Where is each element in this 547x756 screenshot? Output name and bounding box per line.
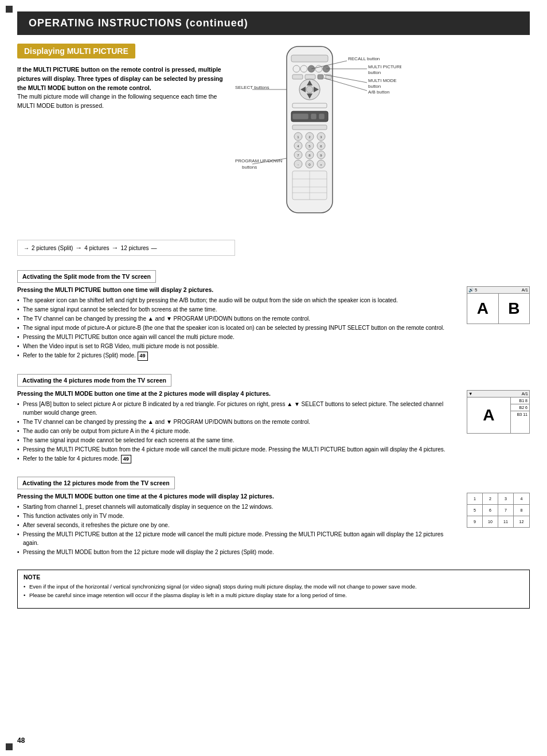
twelve-cell-10: 10: [483, 516, 498, 527]
twelve-mode-subtitle: Pressing the MULTI MODE button one time …: [17, 493, 458, 500]
split-cell-b: B: [499, 294, 530, 324]
svg-rect-8: [305, 75, 315, 79]
corner-mark-tl: [6, 6, 13, 13]
split-bullet-1: The speaker icon can be shifted left and…: [17, 296, 458, 305]
svg-text:+: +: [320, 163, 322, 166]
svg-text:SELECT buttons: SELECT buttons: [235, 85, 269, 90]
split-mode-subtitle: Pressing the MULTI PICTURE button one ti…: [17, 286, 458, 293]
note-bullet-2: Please be careful since image retention …: [24, 591, 523, 599]
note-bullet-1: Even if the input of the horizontal / ve…: [24, 583, 523, 591]
note-list: Even if the input of the horizontal / ve…: [24, 583, 523, 600]
twelve-cell-12: 12: [514, 516, 529, 527]
arrow1: →: [75, 244, 82, 252]
twelve-bullet-5: Pressing the MULTI MODE button from the …: [17, 548, 458, 556]
split-bullet-2: The same signal input cannot be selected…: [17, 305, 458, 314]
four-mode-header: Activating the 4 pictures mode from the …: [17, 374, 171, 387]
twelve-bullet-3: After several seconds, it refreshes the …: [17, 521, 458, 529]
twelve-cell-9: 9: [467, 516, 483, 527]
svg-rect-20: [311, 114, 317, 119]
twelve-cell-4: 4: [514, 493, 529, 505]
svg-rect-9: [318, 75, 323, 79]
note-section: NOTE Even if the input of the horizontal…: [17, 570, 530, 609]
four-mode-bullets: Press [A/B] button to select picture A o…: [17, 400, 458, 464]
note-title: NOTE: [24, 574, 523, 580]
split-diagram-container: 🔊 5 A/1 A B: [467, 286, 530, 365]
top-left-content: Displaying MULTI PICTURE If the MULTI PI…: [17, 44, 224, 228]
twelve-cell-5: 5: [467, 505, 483, 516]
twelve-cell-8: 8: [514, 505, 529, 516]
mode-step3: 12 pictures: [121, 245, 149, 251]
four-right-cell-1: B1 8: [511, 398, 529, 404]
page-container: OPERATING INSTRUCTIONS (continued) Displ…: [0, 0, 547, 756]
twelve-bullet-4: Pressing the MULTI PICTURE button at the…: [17, 530, 458, 547]
split-mode-main: Pressing the MULTI PICTURE button one ti…: [17, 286, 458, 365]
four-mode-content: Pressing the MULTI MODE button one time …: [17, 390, 530, 469]
top-section: Displaying MULTI PICTURE If the MULTI PI…: [17, 44, 530, 228]
four-pic-header: ▼ A/1: [467, 391, 529, 398]
four-mode-main: Pressing the MULTI MODE button one time …: [17, 390, 458, 469]
svg-text:-: -: [298, 163, 299, 166]
split-bullet-3: The TV channel can be changed by pressin…: [17, 314, 458, 323]
twelve-bullet-2: This function activates only in TV mode.: [17, 512, 458, 520]
svg-point-3: [300, 65, 307, 72]
page-title: OPERATING INSTRUCTIONS (continued): [17, 11, 530, 35]
split-diagram-body: A B: [467, 294, 529, 324]
arrow-start: →: [24, 245, 29, 251]
twelve-mode-content: Pressing the MULTI MODE button one time …: [17, 493, 530, 561]
four-bullet-2: The TV channel can be changed by pressin…: [17, 418, 458, 426]
svg-rect-1: [291, 55, 328, 62]
twelve-cell-3: 3: [498, 493, 514, 505]
twelve-mode-section: Activating the 12 pictures mode from the…: [17, 471, 530, 561]
split-diagram: 🔊 5 A/1 A B: [467, 286, 530, 324]
intro-bold: If the MULTI PICTURE button on the remot…: [17, 66, 223, 91]
four-bullet-5: Pressing the MULTI PICTURE button from t…: [17, 445, 458, 454]
svg-text:buttons: buttons: [242, 165, 257, 170]
twelve-mode-bullets: Starting from channel 1, preset channels…: [17, 502, 458, 556]
split-diagram-header: 🔊 5 A/1: [467, 287, 529, 294]
four-ref: 49: [121, 455, 131, 464]
four-bullet-4: The same signal input mode cannot be sel…: [17, 436, 458, 445]
split-cell-a: A: [467, 294, 499, 324]
svg-text:PROGRAM UP/DOWN: PROGRAM UP/DOWN: [235, 158, 282, 163]
section-title: Displaying MULTI PICTURE: [17, 44, 135, 59]
svg-rect-17: [292, 103, 327, 108]
svg-point-16: [306, 86, 313, 93]
four-mode-section: Activating the 4 pictures mode from the …: [17, 368, 530, 469]
svg-text:MULTI MODE: MULTI MODE: [368, 78, 397, 83]
svg-text:MULTI PICTURE: MULTI PICTURE: [368, 64, 401, 69]
split-bullet-5: Pressing the MULTI PICTURE button once a…: [17, 333, 458, 341]
split-header-right: A/1: [522, 287, 528, 293]
split-bullet-7: Refer to the table for 2 pictures (Split…: [17, 351, 458, 361]
four-right-cell-2: B2 6: [511, 404, 529, 411]
four-pic-body: A B1 8 B2 6 B3 11: [467, 398, 529, 433]
four-mode-subtitle: Pressing the MULTI MODE button one time …: [17, 390, 458, 397]
intro-normal: The multi picture mode will change in th…: [17, 93, 217, 109]
twelve-cell-11: 11: [498, 516, 514, 527]
twelve-mode-header: Activating the 12 pictures mode from the…: [17, 477, 175, 489]
split-mode-section: Activating the Split mode from the TV sc…: [17, 264, 530, 365]
four-bullet-3: The audio can only be output from pictur…: [17, 427, 458, 435]
split-bullet-6: When the Video input is set to RGB Video…: [17, 342, 458, 350]
split-mode-content: Pressing the MULTI PICTURE button one ti…: [17, 286, 530, 365]
mode-sequence: → 2 pictures (Split) → 4 pictures → 12 p…: [17, 240, 235, 256]
four-bullet-6: Refer to the table for 4 pictures mode. …: [17, 454, 458, 464]
svg-rect-19: [292, 114, 308, 119]
twelve-cell-7: 7: [498, 505, 514, 516]
split-mode-header: Activating the Split mode from the TV sc…: [17, 270, 156, 283]
four-pic-right: B1 8 B2 6 B3 11: [511, 398, 529, 433]
four-header-right: A/1: [522, 391, 528, 396]
twelve-pic-grid: 1 2 3 4 5 6 7 8 9 10 11 12: [467, 493, 529, 527]
four-right-cell-3: B3 11: [511, 411, 529, 418]
split-ref: 49: [138, 352, 148, 361]
four-pic-diagram: ▼ A/1 A B1 8 B2 6 B3 11: [467, 390, 530, 434]
svg-text:button: button: [368, 70, 381, 75]
twelve-pic-diagram: 1 2 3 4 5 6 7 8 9 10 11 12: [467, 493, 530, 528]
svg-rect-21: [319, 114, 325, 119]
split-mode-bullets: The speaker icon can be shifted left and…: [17, 296, 458, 361]
arrow2: →: [112, 244, 119, 252]
remote-svg: 1 2 3 4 5 6 7 8 9 - 0 +: [235, 44, 401, 227]
four-bullet-1: Press [A/B] button to select picture A o…: [17, 400, 458, 417]
corner-mark-bl: [6, 743, 13, 750]
page-number: 48: [17, 736, 25, 745]
remote-diagram: 1 2 3 4 5 6 7 8 9 - 0 +: [235, 44, 530, 228]
